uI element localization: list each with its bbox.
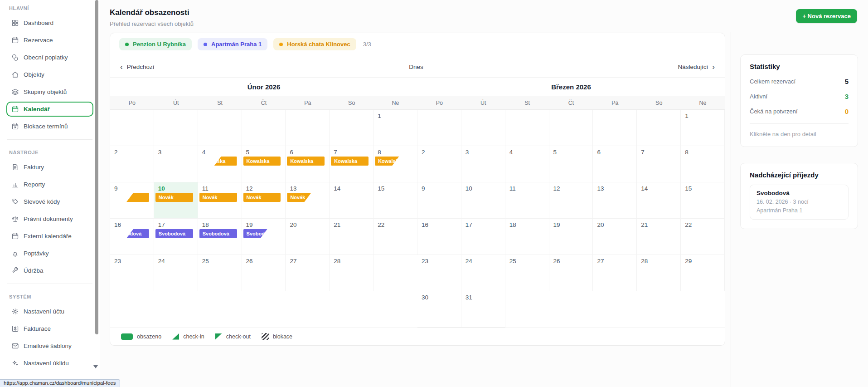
sidebar-item-extern-kalend-e[interactable]: Externí kalendáře [6,229,93,244]
calendar-day-cell[interactable]: 4Kowalska [198,146,242,182]
calendar-day-cell[interactable]: 19Svobodová [242,219,286,255]
reservation-bar[interactable]: Novák [287,193,325,202]
calendar-day-cell[interactable]: 13 [593,182,637,219]
calendar-day-cell[interactable]: 27 [286,255,330,291]
calendar-day-cell[interactable]: 6 [593,146,637,182]
calendar-day-cell[interactable]: 1 [373,110,417,146]
reservation-bar[interactable]: Novák [199,193,237,202]
arrival-item[interactable]: Svobodová16. 02. 2026 · 3 nocíApartmán P… [750,185,849,220]
object-filter-chip[interactable]: Horská chata Klinovec [273,38,356,50]
calendar-day-cell[interactable]: 25 [198,255,242,291]
calendar-day-cell[interactable]: 10 [461,182,505,219]
calendar-day-cell[interactable]: 28 [330,255,373,291]
calendar-day-cell[interactable]: 15 [681,182,725,219]
sidebar-item-rezervace[interactable]: Rezervace [6,33,93,48]
calendar-day-cell[interactable]: 2 [417,146,461,182]
reservation-bar[interactable]: Svobodová [155,229,193,238]
calendar-day-cell[interactable]: 13Novák [286,182,330,219]
new-reservation-button[interactable]: + Nová rezervace [796,9,857,23]
calendar-day-cell[interactable]: 18 [505,219,549,255]
calendar-day-cell[interactable]: 18Svobodová [198,219,242,255]
sidebar-item-reporty[interactable]: Reporty [6,177,93,192]
sidebar-item-blokace-term-n-[interactable]: Blokace termínů [6,119,93,134]
sidebar-item-kalend-[interactable]: Kalendář [6,102,93,117]
calendar-day-cell[interactable]: 16Svobodová [110,219,154,255]
calendar-day-cell[interactable]: 8 [681,146,725,182]
prev-month-button[interactable]: ‹ Předchozí [120,63,154,71]
calendar-day-cell[interactable]: 7Kowalska [330,146,373,182]
calendar-day-cell[interactable]: 5 [549,146,593,182]
calendar-day-cell[interactable]: 22 [681,219,725,255]
calendar-day-cell[interactable]: 14 [330,182,373,219]
calendar-day-cell[interactable]: 9 [417,182,461,219]
calendar-day-cell[interactable]: 29 [681,255,725,291]
calendar-day-cell[interactable]: 27 [593,255,637,291]
sidebar-item-objekty[interactable]: Objekty [6,67,93,82]
sidebar-item--dr-ba[interactable]: Údržba [6,263,93,278]
reservation-bar[interactable]: Kowalska [375,157,412,166]
calendar-day-cell[interactable]: 15 [373,182,417,219]
calendar-day-cell[interactable]: 23 [417,255,461,291]
calendar-day-cell[interactable]: 22 [373,219,417,255]
calendar-day-cell[interactable]: 9Novák [110,182,154,219]
calendar-day-cell[interactable]: 19 [549,219,593,255]
calendar-day-cell[interactable]: 17 [461,219,505,255]
reservation-bar[interactable]: Novák [243,193,281,202]
calendar-day-cell[interactable]: 8Kowalska [373,146,417,182]
calendar-day-cell[interactable]: 2 [110,146,154,182]
reservation-bar[interactable]: Svobodová [243,229,281,238]
calendar-day-cell[interactable]: 24 [154,255,198,291]
calendar-day-cell[interactable]: 21 [637,219,681,255]
sidebar-item-emailov-ablony[interactable]: Emailové šablony [6,338,93,353]
calendar-day-cell[interactable]: 4 [505,146,549,182]
calendar-day-cell[interactable]: 10Novák [154,182,198,219]
reservation-bar[interactable]: Kowalska [243,157,281,166]
calendar-day-cell[interactable]: 31 [461,291,505,328]
sidebar-item-nastaven-klidu[interactable]: Nastavení úklidu [6,356,93,371]
object-filter-chip[interactable]: Penzion U Rybníka [119,38,192,50]
sidebar-item-nastaven-tu[interactable]: Nastavení účtu [6,304,93,319]
calendar-day-cell[interactable]: 28 [637,255,681,291]
calendar-day-cell[interactable]: 20 [286,219,330,255]
calendar-day-cell[interactable]: 17Svobodová [154,219,198,255]
calendar-day-cell[interactable]: 3 [154,146,198,182]
reservation-bar[interactable]: Kowalska [331,157,369,166]
calendar-day-cell[interactable]: 16 [417,219,461,255]
calendar-day-cell[interactable]: 1 [681,110,725,146]
sidebar-scroll-down-arrow[interactable] [93,365,98,368]
calendar-day-cell[interactable]: 5Kowalska [242,146,286,182]
calendar-day-cell[interactable]: 25 [505,255,549,291]
calendar-day-cell[interactable]: 30 [417,291,461,328]
calendar-day-cell[interactable]: 21 [330,219,373,255]
calendar-day-cell[interactable]: 23 [110,255,154,291]
calendar-day-cell[interactable]: 11 [505,182,549,219]
sidebar-item-skupiny-objekt-[interactable]: Skupiny objektů [6,84,93,99]
calendar-day-cell[interactable]: 12Novák [242,182,286,219]
calendar-day-cell[interactable]: 20 [593,219,637,255]
calendar-day-cell[interactable]: 26 [242,255,286,291]
calendar-day-cell[interactable]: 11Novák [198,182,242,219]
reservation-bar[interactable]: Svobodová [199,229,237,238]
calendar-day-cell[interactable]: 14 [637,182,681,219]
reservation-bar[interactable]: Novák [112,193,149,202]
sidebar-item-fakturace[interactable]: Fakturace [6,321,93,336]
calendar-day-cell[interactable]: 24 [461,255,505,291]
sidebar-scrollbar-thumb[interactable] [95,0,98,334]
calendar-day-cell[interactable]: 7 [637,146,681,182]
reservation-bar[interactable]: Kowalska [287,157,325,166]
sidebar-item-obecn-poplatky[interactable]: Obecní poplatky [6,50,93,65]
next-month-button[interactable]: Následující › [678,63,715,71]
reservation-bar[interactable]: Svobodová [112,229,149,238]
calendar-day-cell[interactable]: 12 [549,182,593,219]
reservation-bar[interactable]: Novák [155,193,193,202]
object-filter-chip[interactable]: Apartmán Praha 1 [198,38,267,50]
sidebar-item-pr-vn-dokumenty[interactable]: Právní dokumenty [6,211,93,226]
sidebar-item-popt-vky[interactable]: Poptávky [6,246,93,261]
calendar-day-cell[interactable]: 6Kowalska [286,146,330,182]
sidebar-item-dashboard[interactable]: Dashboard [6,15,93,30]
sidebar-item-slevov-k-dy[interactable]: Slevové kódy [6,194,93,209]
calendar-day-cell[interactable]: 26 [549,255,593,291]
today-button[interactable]: Dnes [409,64,423,70]
calendar-day-cell[interactable]: 3 [461,146,505,182]
reservation-bar[interactable]: Kowalska [199,157,237,166]
